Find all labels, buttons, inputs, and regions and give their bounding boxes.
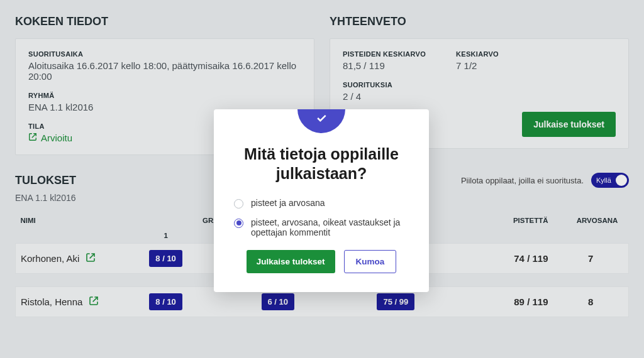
radio-label: pisteet, arvosana, oikeat vastaukset ja … (251, 217, 409, 237)
radio-icon (234, 219, 243, 228)
radio-option-points-grade[interactable]: pisteet ja arvosana (234, 198, 409, 209)
radio-label: pisteet ja arvosana (251, 198, 325, 208)
radio-option-full[interactable]: pisteet, arvosana, oikeat vastaukset ja … (234, 217, 409, 237)
modal-publish-button[interactable]: Julkaise tulokset (247, 250, 335, 273)
modal-badge (297, 109, 345, 133)
check-icon (315, 112, 328, 127)
modal-title: Mitä tietoja oppilaille julkaistaan? (234, 144, 409, 184)
modal-cancel-button[interactable]: Kumoa (344, 250, 397, 273)
radio-icon (234, 199, 243, 209)
publish-modal: Mitä tietoja oppilaille julkaistaan? pis… (214, 109, 429, 292)
